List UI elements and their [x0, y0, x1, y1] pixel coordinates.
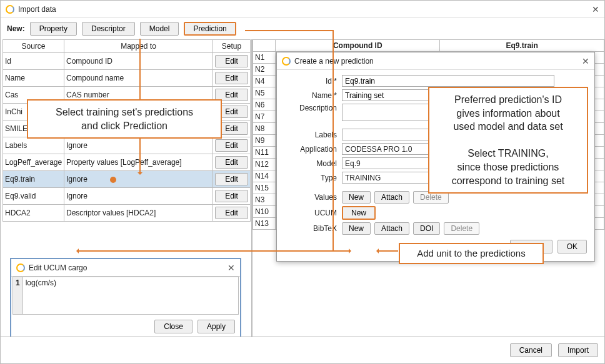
cell-compound-id: N9 — [253, 135, 276, 147]
cell-source: Labels — [3, 137, 64, 154]
bibtex-new-button[interactable]: New — [342, 222, 371, 235]
app-ring-icon — [282, 57, 291, 66]
close-icon[interactable]: ✕ — [228, 263, 235, 273]
table-row[interactable]: Eq9.trainIgnoreEdit — [3, 171, 251, 188]
cell-mapped: Descriptor values [HDCA2] — [64, 205, 213, 222]
cancel-button[interactable]: Cancel — [510, 343, 552, 357]
annotation-line — [77, 250, 332, 252]
cell-compound-id: N3 — [253, 194, 276, 206]
cell-compound-id: N8 — [253, 123, 276, 135]
bibtex-doi-button[interactable]: DOI — [413, 222, 440, 235]
close-icon[interactable]: ✕ — [592, 4, 599, 14]
edit-button[interactable]: Edit — [215, 55, 248, 67]
cell-source: LogPeff_average — [3, 154, 64, 171]
edit-button[interactable]: Edit — [215, 72, 248, 84]
callout-b: Preferred prediction's IDgives informati… — [428, 87, 588, 194]
prediction-dialog-title: Create a new prediction — [294, 57, 374, 66]
selection-dot-icon — [110, 177, 116, 183]
prediction-button[interactable]: Prediction — [184, 22, 236, 36]
annotation-line — [377, 250, 398, 252]
cell-mapped: Compound name — [64, 70, 213, 87]
annotation-line — [332, 250, 351, 252]
col-compound-id: Compound ID — [276, 40, 440, 52]
ucum-new-button[interactable]: New — [342, 206, 376, 220]
table-row[interactable]: Eq9.validIgnoreEdit — [3, 188, 251, 205]
cell-compound-id: N5 — [253, 87, 276, 99]
cell-mapped: Ignore — [64, 188, 213, 205]
annotation-line — [245, 30, 332, 31]
cell-mapped: Ignore — [64, 137, 213, 154]
id-field[interactable] — [342, 75, 554, 87]
callout-a: Select training set's predictionsand cli… — [27, 99, 222, 139]
window-footer: Cancel Import — [1, 337, 604, 363]
cell-source: Name — [3, 70, 64, 87]
window-titlebar: Import data ✕ — [1, 1, 604, 18]
table-row[interactable]: IdCompound IDEdit — [3, 53, 251, 70]
cell-compound-id: N4 — [253, 76, 276, 87]
annotation-line — [139, 39, 141, 99]
ucum-row-number: 1 — [13, 277, 23, 315]
col-setup: Setup — [213, 40, 251, 53]
edit-ucum-dialog: Edit UCUM cargo ✕ 1 log(cm/s) Close Appl… — [10, 258, 241, 340]
import-button[interactable]: Import — [558, 343, 598, 357]
table-row[interactable]: NameCompound nameEdit — [3, 70, 251, 87]
values-new-button[interactable]: New — [342, 191, 371, 204]
col-eq9-train: Eq9.train — [440, 40, 604, 52]
cell-source: HDCA2 — [3, 205, 64, 222]
table-row[interactable]: LogPeff_averageProperty values [LogPeff_… — [3, 154, 251, 171]
col-source: Source — [3, 40, 64, 53]
app-ring-icon — [6, 5, 14, 14]
col-rowhead — [253, 40, 276, 52]
cell-compound-id: N7 — [253, 111, 276, 123]
right-panel: Compound ID Eq9.train N1N2N4N5N6N7N8N9N1… — [252, 39, 604, 350]
cell-compound-id: N13 — [253, 218, 276, 230]
new-label: New: — [7, 24, 25, 33]
descriptor-button[interactable]: Descriptor — [82, 22, 135, 36]
cell-compound-id: N2 — [253, 64, 276, 76]
ucum-close-button[interactable]: Close — [154, 320, 192, 333]
cell-mapped: Property values [LogPeff_average] — [64, 154, 213, 171]
annotation-line — [139, 135, 141, 174]
table-row[interactable]: LabelsIgnoreEdit — [3, 137, 251, 154]
ucum-title: Edit UCUM cargo — [29, 263, 87, 272]
cell-source: Eq9.train — [3, 171, 64, 188]
values-attach-button[interactable]: Attach — [374, 191, 409, 204]
cell-compound-id: N6 — [253, 99, 276, 111]
cell-compound-id: N12 — [253, 159, 276, 170]
import-data-window: Import data ✕ New: Property Descriptor M… — [0, 0, 605, 364]
edit-button[interactable]: Edit — [215, 173, 248, 185]
close-icon[interactable]: ✕ — [582, 56, 589, 66]
edit-button[interactable]: Edit — [215, 139, 248, 152]
cell-compound-id: N15 — [253, 182, 276, 194]
cell-source: Id — [3, 53, 64, 70]
col-mapped: Mapped to — [64, 40, 213, 53]
left-panel: Source Mapped to Setup IdCompound IDEdit… — [1, 39, 252, 350]
prediction-ok-button[interactable]: OK — [558, 240, 587, 253]
edit-button[interactable]: Edit — [215, 190, 248, 202]
new-toolbar: New: Property Descriptor Model Predictio… — [1, 18, 604, 39]
property-button[interactable]: Property — [30, 22, 77, 36]
cell-compound-id: N14 — [253, 170, 276, 182]
edit-button[interactable]: Edit — [215, 207, 248, 219]
annotation-line — [332, 30, 334, 250]
table-row[interactable]: HDCA2Descriptor values [HDCA2]Edit — [3, 205, 251, 222]
ucum-value-cell[interactable]: log(cm/s) — [22, 277, 238, 315]
callout-c: Add unit to the predictions — [399, 243, 544, 264]
edit-button[interactable]: Edit — [215, 156, 248, 169]
model-button[interactable]: Model — [140, 22, 179, 36]
bibtex-delete-button: Delete — [444, 222, 479, 235]
window-title: Import data — [18, 5, 56, 14]
ucum-apply-button[interactable]: Apply — [198, 320, 235, 333]
cell-compound-id: N11 — [253, 147, 276, 159]
app-ring-icon — [16, 263, 25, 272]
cell-source: Eq9.valid — [3, 188, 64, 205]
cell-compound-id: N1 — [253, 52, 276, 64]
cell-compound-id: N10 — [253, 206, 276, 218]
bibtex-attach-button[interactable]: Attach — [374, 222, 409, 235]
cell-mapped: Compound ID — [64, 53, 213, 70]
